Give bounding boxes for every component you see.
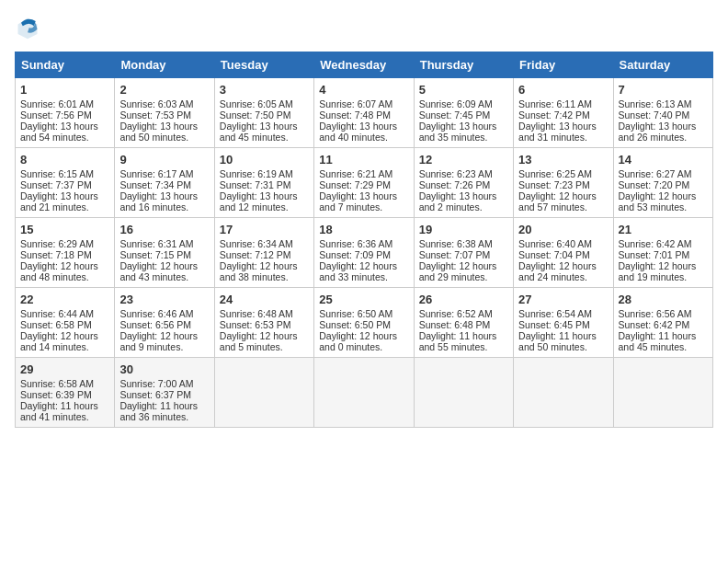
daylight-text: Daylight: 12 hours and 5 minutes. [220,330,298,352]
sunrise-text: Sunrise: 6:42 AM [619,238,692,249]
calendar-day-cell: 16Sunrise: 6:31 AMSunset: 7:15 PMDayligh… [115,218,214,288]
calendar-day-cell: 2Sunrise: 6:03 AMSunset: 7:53 PMDaylight… [115,78,214,148]
calendar-day-cell: 24Sunrise: 6:48 AMSunset: 6:53 PMDayligh… [214,288,313,358]
sunset-text: Sunset: 7:01 PM [619,249,690,260]
calendar-day-cell: 18Sunrise: 6:36 AMSunset: 7:09 PMDayligh… [314,218,414,288]
daylight-text: Daylight: 12 hours and 48 minutes. [20,260,98,282]
sunrise-text: Sunrise: 6:01 AM [20,98,94,109]
day-number: 17 [220,223,309,236]
sunset-text: Sunset: 7:31 PM [220,179,291,190]
weekday-header-tuesday: Tuesday [214,52,313,78]
sunrise-text: Sunrise: 6:48 AM [220,308,293,319]
calendar-day-cell: 12Sunrise: 6:23 AMSunset: 7:26 PMDayligh… [414,148,513,218]
calendar-day-cell: 17Sunrise: 6:34 AMSunset: 7:12 PMDayligh… [214,218,313,288]
sunset-text: Sunset: 7:09 PM [319,249,391,260]
day-number: 4 [319,83,408,97]
calendar-body: 1Sunrise: 6:01 AMSunset: 7:56 PMDaylight… [16,78,713,428]
day-number: 23 [119,293,209,306]
sunrise-text: Sunrise: 6:17 AM [119,168,193,179]
daylight-text: Daylight: 12 hours and 24 minutes. [518,260,597,282]
sunset-text: Sunset: 7:18 PM [20,249,92,260]
sunrise-text: Sunrise: 6:44 AM [20,308,94,319]
sunset-text: Sunset: 6:42 PM [619,319,690,330]
sunrise-text: Sunrise: 6:40 AM [518,238,592,249]
day-number: 22 [20,293,109,306]
calendar-day-cell: 3Sunrise: 6:05 AMSunset: 7:50 PMDaylight… [214,78,313,148]
day-number: 19 [419,223,508,236]
sunrise-text: Sunrise: 6:52 AM [419,308,493,319]
daylight-text: Daylight: 11 hours and 41 minutes. [20,400,98,422]
day-number: 13 [518,153,608,167]
sunrise-text: Sunrise: 6:54 AM [518,308,592,319]
daylight-text: Daylight: 13 hours and 21 minutes. [20,190,98,213]
calendar-day-cell: 19Sunrise: 6:38 AMSunset: 7:07 PMDayligh… [414,218,513,288]
daylight-text: Daylight: 12 hours and 57 minutes. [518,190,597,213]
calendar-day-cell: 7Sunrise: 6:13 AMSunset: 7:40 PMDaylight… [613,78,712,148]
sunrise-text: Sunrise: 7:00 AM [119,378,193,389]
sunrise-text: Sunrise: 6:19 AM [220,168,293,179]
daylight-text: Daylight: 13 hours and 12 minutes. [220,190,298,213]
sunset-text: Sunset: 7:37 PM [20,179,92,190]
daylight-text: Daylight: 13 hours and 35 minutes. [419,121,497,143]
sunrise-text: Sunrise: 6:07 AM [319,98,392,109]
daylight-text: Daylight: 12 hours and 14 minutes. [20,330,98,352]
sunrise-text: Sunrise: 6:29 AM [20,238,94,249]
calendar-day-cell: 14Sunrise: 6:27 AMSunset: 7:20 PMDayligh… [613,148,712,218]
daylight-text: Daylight: 13 hours and 7 minutes. [319,190,397,213]
sunset-text: Sunset: 7:34 PM [119,179,191,190]
daylight-text: Daylight: 12 hours and 43 minutes. [119,260,198,282]
calendar-day-cell: 22Sunrise: 6:44 AMSunset: 6:58 PMDayligh… [16,288,115,358]
sunrise-text: Sunrise: 6:50 AM [319,308,392,319]
sunset-text: Sunset: 6:48 PM [419,319,491,330]
calendar-day-cell [214,358,313,428]
sunrise-text: Sunrise: 6:58 AM [20,378,94,389]
sunset-text: Sunset: 6:50 PM [319,319,391,330]
day-number: 16 [119,223,209,236]
sunrise-text: Sunrise: 6:03 AM [119,98,193,109]
sunrise-text: Sunrise: 6:31 AM [119,238,193,249]
sunset-text: Sunset: 6:56 PM [119,319,191,330]
day-number: 11 [319,153,408,167]
daylight-text: Daylight: 11 hours and 45 minutes. [619,330,697,352]
daylight-text: Daylight: 13 hours and 45 minutes. [220,121,298,143]
sunset-text: Sunset: 7:15 PM [119,249,191,260]
calendar-day-cell: 27Sunrise: 6:54 AMSunset: 6:45 PMDayligh… [514,288,613,358]
calendar-day-cell [514,358,613,428]
calendar-day-cell: 25Sunrise: 6:50 AMSunset: 6:50 PMDayligh… [314,288,414,358]
calendar-table: SundayMondayTuesdayWednesdayThursdayFrid… [15,52,713,428]
weekday-header-sunday: Sunday [16,52,115,78]
calendar-week-row: 29Sunrise: 6:58 AMSunset: 6:39 PMDayligh… [16,358,713,428]
sunset-text: Sunset: 7:07 PM [419,249,491,260]
sunrise-text: Sunrise: 6:56 AM [619,308,692,319]
sunset-text: Sunset: 7:48 PM [319,109,391,121]
sunrise-text: Sunrise: 6:11 AM [518,98,592,109]
daylight-text: Daylight: 13 hours and 40 minutes. [319,121,397,143]
daylight-text: Daylight: 12 hours and 29 minutes. [419,260,497,282]
sunrise-text: Sunrise: 6:23 AM [419,168,493,179]
daylight-text: Daylight: 11 hours and 36 minutes. [119,400,198,422]
sunset-text: Sunset: 6:45 PM [518,319,590,330]
weekday-header-wednesday: Wednesday [314,52,414,78]
calendar-day-cell: 11Sunrise: 6:21 AMSunset: 7:29 PMDayligh… [314,148,414,218]
calendar-day-cell: 5Sunrise: 6:09 AMSunset: 7:45 PMDaylight… [414,78,513,148]
calendar-day-cell: 4Sunrise: 6:07 AMSunset: 7:48 PMDaylight… [314,78,414,148]
daylight-text: Daylight: 12 hours and 33 minutes. [319,260,397,282]
sunset-text: Sunset: 6:58 PM [20,319,92,330]
sunrise-text: Sunrise: 6:38 AM [419,238,493,249]
weekday-header-monday: Monday [115,52,214,78]
sunrise-text: Sunrise: 6:36 AM [319,238,392,249]
day-number: 5 [419,83,508,97]
day-number: 7 [619,83,708,97]
day-number: 26 [419,293,508,306]
weekday-header-friday: Friday [514,52,613,78]
day-number: 14 [619,153,708,167]
sunrise-text: Sunrise: 6:21 AM [319,168,392,179]
page-header [15,15,713,40]
calendar-week-row: 15Sunrise: 6:29 AMSunset: 7:18 PMDayligh… [16,218,713,288]
day-number: 29 [20,362,109,376]
daylight-text: Daylight: 13 hours and 26 minutes. [619,121,697,143]
sunset-text: Sunset: 7:12 PM [220,249,291,260]
calendar-header: SundayMondayTuesdayWednesdayThursdayFrid… [16,52,713,78]
calendar-day-cell [613,358,712,428]
daylight-text: Daylight: 12 hours and 0 minutes. [319,330,397,352]
